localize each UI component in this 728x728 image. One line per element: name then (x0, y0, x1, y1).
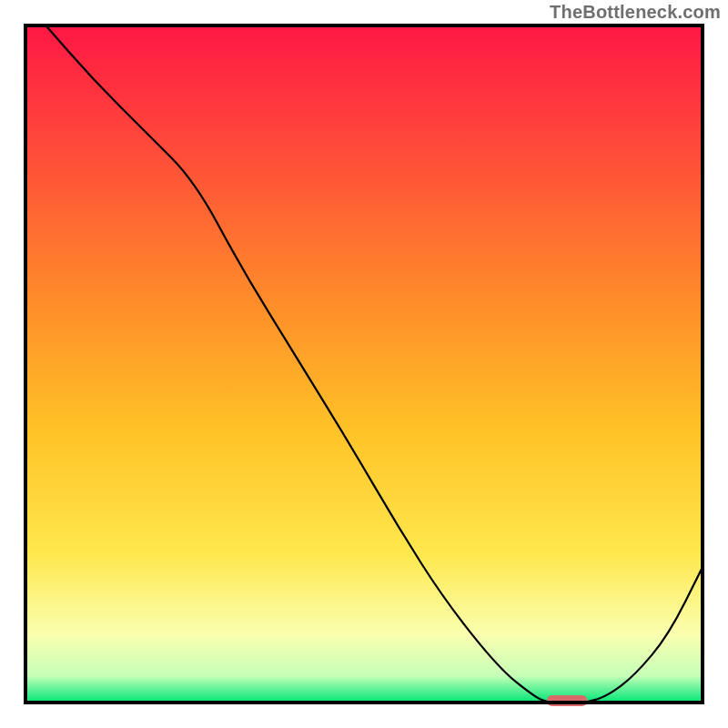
watermark-text: TheBottleneck.com (550, 2, 721, 23)
bottleneck-chart (0, 0, 728, 728)
plot-background (25, 25, 703, 703)
chart-container: TheBottleneck.com (0, 0, 728, 728)
